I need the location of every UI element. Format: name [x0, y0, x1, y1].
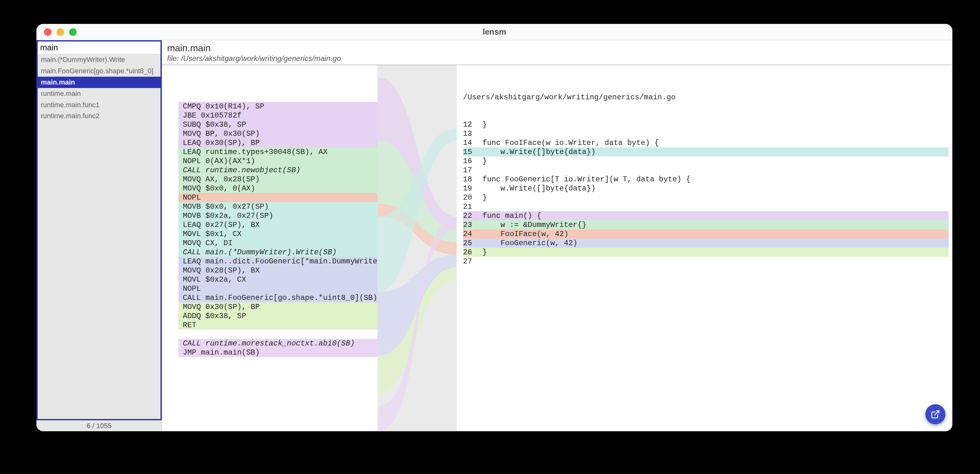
- connector-ribbons: [377, 65, 457, 431]
- list-item[interactable]: main.(*DummyWriter).Write: [38, 54, 161, 65]
- source-line[interactable]: 22func main() {: [463, 211, 948, 220]
- source-code: func FooIFace(w io.Writer, data byte) {: [482, 138, 948, 147]
- connector-gutter: [377, 65, 457, 431]
- asm-line[interactable]: MOVQ BP, 0x30(SP): [178, 129, 377, 138]
- sidebar-status: 6 / 1055: [37, 420, 162, 431]
- asm-line[interactable]: MOVQ CX, DI: [178, 239, 377, 248]
- source-path: /Users/akshitgarg/work/writing/generics/…: [463, 93, 948, 102]
- asm-line[interactable]: MOVQ AX, 0x28(SP): [178, 175, 377, 184]
- function-title: main.main: [167, 43, 947, 53]
- asm-line[interactable]: [178, 330, 377, 339]
- source-code: [482, 166, 948, 175]
- source-code: func FooGeneric[T io.Writer](w T, data b…: [482, 175, 948, 184]
- asm-line[interactable]: MOVQ $0x0, 0(AX): [178, 184, 377, 193]
- source-line[interactable]: 20}: [463, 193, 948, 202]
- source-line[interactable]: 16}: [463, 156, 948, 166]
- assembly-pane[interactable]: CMPQ 0x10(R14), SPJBE 0x105782fSUBQ $0x3…: [162, 65, 377, 431]
- source-line[interactable]: 24 FooIFace(w, 42): [463, 230, 948, 239]
- source-code: func main() {: [482, 211, 948, 220]
- asm-line[interactable]: ADDQ $0x38, SP: [178, 311, 377, 321]
- open-external-icon: [931, 410, 940, 419]
- line-number: 25: [463, 239, 482, 248]
- source-line[interactable]: 18func FooGeneric[T io.Writer](w T, data…: [463, 175, 948, 184]
- line-number: 17: [463, 166, 482, 175]
- line-number: 16: [463, 156, 482, 166]
- line-number: 23: [463, 220, 482, 230]
- main-header: main.main file: /Users/akshitgarg/work/w…: [162, 40, 952, 65]
- asm-line[interactable]: LEAQ 0x27(SP), BX: [178, 220, 377, 230]
- source-line[interactable]: 17: [463, 166, 948, 175]
- source-line[interactable]: 23 w := &DummyWriter{}: [463, 220, 948, 230]
- source-line[interactable]: 19 w.Write([]byte{data}): [463, 184, 948, 193]
- line-number: 26: [463, 248, 482, 257]
- asm-line[interactable]: MOVL $0x2a, CX: [178, 275, 377, 284]
- source-code: [482, 202, 948, 211]
- panes: CMPQ 0x10(R14), SPJBE 0x105782fSUBQ $0x3…: [162, 65, 952, 431]
- asm-line[interactable]: CALL runtime.morestack_noctxt.abi0(SB): [178, 339, 377, 348]
- source-code: w := &DummyWriter{}: [482, 220, 948, 230]
- source-line[interactable]: 21: [463, 202, 948, 211]
- source-code: FooIFace(w, 42): [482, 230, 948, 239]
- asm-line[interactable]: NOPL: [178, 284, 377, 293]
- source-code: }: [482, 156, 948, 166]
- asm-line[interactable]: CMPQ 0x10(R14), SP: [178, 102, 377, 111]
- line-number: 24: [463, 230, 482, 239]
- source-code: w.Write([]byte{data}): [482, 147, 948, 156]
- asm-line[interactable]: LEAQ runtime.types+30048(SB), AX: [178, 147, 377, 156]
- asm-line[interactable]: MOVB $0x0, 0x27(SP): [178, 202, 377, 211]
- file-path-label: file: /Users/akshitgarg/work/writing/gen…: [167, 54, 947, 63]
- asm-line[interactable]: NOPL: [178, 193, 377, 202]
- list-item[interactable]: runtime.main.func1: [38, 99, 161, 111]
- line-number: 21: [463, 202, 482, 211]
- asm-line[interactable]: MOVB $0x2a, 0x27(SP): [178, 211, 377, 220]
- source-code: [482, 129, 948, 138]
- asm-line[interactable]: LEAQ main..dict.FooGeneric[*main.DummyWr…: [178, 257, 377, 266]
- asm-line[interactable]: CALL main.(*DummyWriter).Write(SB): [178, 248, 377, 257]
- app-window: lensm main.(*DummyWriter).Write main.Foo…: [37, 24, 952, 431]
- list-item[interactable]: main.main: [38, 77, 161, 88]
- line-number: 18: [463, 175, 482, 184]
- source-line[interactable]: 13: [463, 129, 948, 138]
- line-number: 14: [463, 138, 482, 147]
- asm-line[interactable]: LEAQ 0x30(SP), BP: [178, 138, 377, 147]
- source-code: [482, 257, 948, 266]
- asm-line[interactable]: JBE 0x105782f: [178, 111, 377, 120]
- window-title: lensm: [37, 27, 952, 37]
- line-number: 22: [463, 211, 482, 220]
- source-code: }: [482, 120, 948, 129]
- asm-line[interactable]: CALL runtime.newobject(SB): [178, 166, 377, 175]
- list-item[interactable]: runtime.main.func2: [38, 110, 161, 122]
- svg-line-0: [935, 411, 939, 415]
- source-code: FooGeneric(w, 42): [482, 239, 948, 248]
- asm-line[interactable]: JMP main.main(SB): [178, 348, 377, 357]
- asm-line[interactable]: SUBQ $0x38, SP: [178, 120, 377, 129]
- source-line[interactable]: 27: [463, 257, 948, 266]
- list-item[interactable]: runtime.main: [38, 88, 161, 99]
- source-line[interactable]: 15 w.Write([]byte{data}): [463, 147, 948, 156]
- search-wrap: main.(*DummyWriter).Write main.FooGeneri…: [37, 40, 162, 420]
- asm-line[interactable]: RET: [178, 321, 377, 330]
- line-number: 27: [463, 257, 482, 266]
- line-number: 20: [463, 193, 482, 202]
- source-code: }: [482, 193, 948, 202]
- source-line[interactable]: 26}: [463, 248, 948, 257]
- titlebar: lensm: [37, 24, 952, 40]
- function-list[interactable]: main.(*DummyWriter).Write main.FooGeneri…: [38, 54, 161, 419]
- line-number: 15: [463, 147, 482, 156]
- source-line[interactable]: 12}: [463, 120, 948, 129]
- line-number: 13: [463, 129, 482, 138]
- source-line[interactable]: 25 FooGeneric(w, 42): [463, 239, 948, 248]
- line-number: 19: [463, 184, 482, 193]
- asm-line[interactable]: MOVQ 0x30(SP), BP: [178, 302, 377, 311]
- open-external-button[interactable]: [925, 404, 945, 425]
- asm-line[interactable]: CALL main.FooGeneric[go.shape.*uint8_0](…: [178, 293, 377, 302]
- source-pane[interactable]: /Users/akshitgarg/work/writing/generics/…: [457, 65, 952, 431]
- asm-line[interactable]: MOVQ 0x28(SP), BX: [178, 266, 377, 275]
- asm-line[interactable]: NOPL 0(AX)(AX*1): [178, 156, 377, 166]
- source-line[interactable]: 14func FooIFace(w io.Writer, data byte) …: [463, 138, 948, 147]
- source-code: }: [482, 248, 948, 257]
- list-item[interactable]: main.FooGeneric[go.shape.*uint8_0]: [38, 65, 161, 77]
- asm-line[interactable]: MOVL $0x1, CX: [178, 230, 377, 239]
- search-input[interactable]: [38, 41, 161, 54]
- line-number: 12: [463, 120, 482, 129]
